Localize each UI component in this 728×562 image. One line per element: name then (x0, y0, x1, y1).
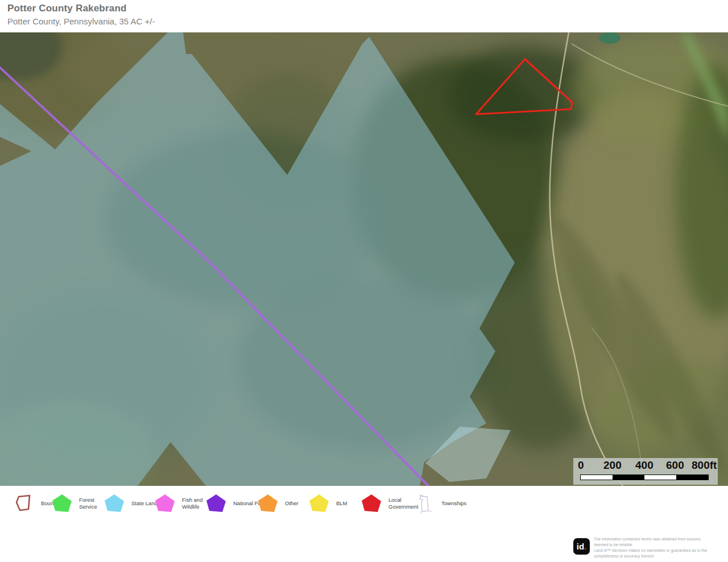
map-canvas[interactable] (0, 32, 728, 486)
legend-label: State Land (131, 500, 158, 507)
disclaimer-line: completeness or accuracy thereof. (594, 553, 726, 559)
header: Potter County Rakebrand Potter County, P… (0, 0, 728, 32)
scale-tick-800: 800ft (692, 459, 717, 472)
scale-tick-600: 600 (666, 459, 684, 472)
scale-bar-segments (580, 474, 709, 480)
legend-item-other: Other (258, 490, 299, 517)
national-park-icon (206, 494, 226, 513)
townships-icon (413, 492, 435, 515)
state-land-icon (104, 494, 125, 513)
legend-item-fish-wildlife: Fish and Wildlife (155, 490, 202, 517)
legend-item-state-land: State Land (104, 490, 158, 517)
fish-and-wildlife-icon (155, 494, 175, 513)
disclaimer-line: The information contained herein was obt… (594, 536, 726, 542)
legend-item-blm: BLM (309, 490, 348, 517)
scale-bar: 0 200 400 600 800ft (573, 458, 718, 485)
satellite-imagery (0, 32, 728, 486)
disclaimer-line: Land id™ Services makes no warranties or… (594, 548, 726, 553)
legend-label: Forest (79, 497, 97, 503)
footer: id. The information contained herein was… (573, 536, 726, 560)
legend-label: Other (285, 500, 299, 507)
forest-service-icon (52, 494, 72, 513)
page-subtitle: Potter County, Pennsylvania, 35 AC +/- (7, 16, 155, 26)
legend-label: Townships (441, 500, 466, 507)
disclaimer-line: deemed to be reliable. (594, 542, 726, 548)
legend-label-line2: Service (79, 503, 97, 510)
legend-item-national-park: National Park (206, 490, 266, 517)
pond (599, 32, 621, 44)
blm-icon (309, 494, 329, 513)
legend-label-line2: Wildlife (182, 503, 202, 510)
legend-label: BLM (336, 500, 348, 507)
scale-tick-200: 200 (603, 459, 622, 472)
local-government-icon (361, 494, 382, 513)
legend: Boundary Forest Service State Land Fish … (0, 486, 728, 530)
scale-tick-400: 400 (635, 459, 653, 472)
other-icon (258, 494, 278, 513)
land-id-logo: id. (573, 538, 590, 555)
disclaimer-text: The information contained herein was obt… (594, 536, 726, 560)
scale-tick-0: 0 (578, 459, 584, 472)
legend-item-townships: Townships (413, 490, 466, 517)
map-export-page: Potter County Rakebrand Potter County, P… (0, 0, 728, 562)
legend-item-forest-service: Forest Service (52, 490, 97, 517)
legend-label: Fish and (182, 497, 202, 503)
legend-item-local-government: Local Government (361, 490, 418, 517)
boundary-outline-icon (14, 494, 34, 513)
page-title: Potter County Rakebrand (7, 3, 127, 14)
